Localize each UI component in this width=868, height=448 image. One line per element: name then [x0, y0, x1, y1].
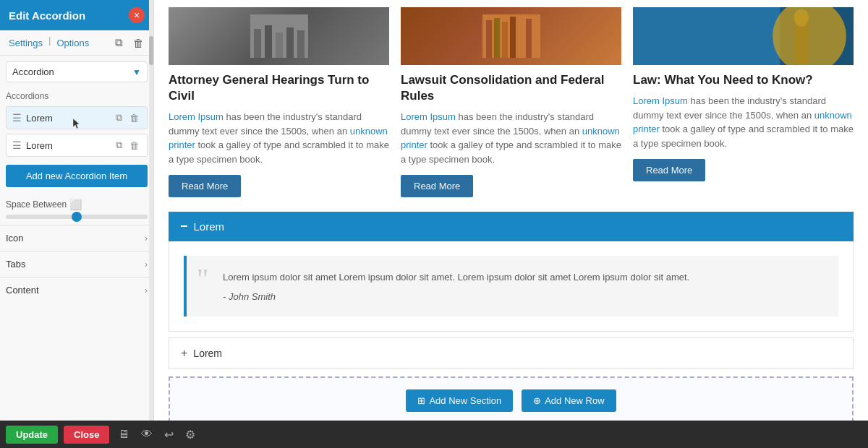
panel-close-button[interactable]: × [129, 7, 145, 23]
accordion-type-dropdown[interactable]: Accordion ▼ [6, 61, 148, 82]
content-section-toggle[interactable]: Content › [0, 277, 153, 303]
desktop-icon[interactable]: 🖥 [115, 425, 132, 444]
svg-rect-8 [494, 18, 500, 58]
svg-rect-7 [486, 20, 492, 58]
card-3: Law: What You Need to Know? Lorem Ipsum … [633, 7, 854, 197]
blockquote-author: - John Smith [223, 291, 824, 302]
card-1-image [169, 7, 389, 65]
card-1-title: Attorney General Hearings Turn to Civil [169, 72, 389, 104]
accordion-main-area: − Lorem " Lorem ipsum dolor sit amet Lor… [169, 212, 854, 369]
svg-rect-4 [286, 27, 294, 58]
left-panel: Edit Accordion × Settings | Options ⧉ 🗑 … [0, 0, 154, 448]
accordion-item-2[interactable]: ☰ Lorem ⧉ 🗑 [6, 134, 148, 157]
scrollbar-thumb[interactable] [149, 36, 153, 65]
content-section-label: Content [6, 285, 39, 296]
card-2-read-more-button[interactable]: Read More [401, 175, 473, 197]
card-3-image [633, 7, 854, 65]
accordions-section-label: Accordions [0, 85, 153, 104]
eye-icon[interactable]: 👁 [138, 425, 156, 444]
history-icon[interactable]: ↩ [161, 425, 176, 444]
card-3-link-1[interactable]: Lorem Ipsum [633, 95, 688, 106]
add-row-icon: ⊕ [533, 395, 541, 406]
add-new-row-button[interactable]: ⊕ Add New Row [522, 389, 616, 412]
icon-section-toggle[interactable]: Icon › [0, 225, 153, 251]
plus-icon: + [181, 347, 187, 360]
add-accordion-item-button[interactable]: Add new Accordion Item [6, 165, 148, 187]
card-1-text-2: took a galley of type and scrambled it t… [169, 139, 389, 165]
add-section-label: Add New Section [429, 395, 501, 406]
add-section-buttons: ⊞ Add New Section ⊕ Add New Row [182, 389, 841, 412]
close-button[interactable]: Close [64, 426, 109, 444]
svg-rect-12 [526, 19, 532, 58]
settings-icon[interactable]: ⚙ [182, 425, 198, 444]
tab-separator: | [48, 35, 51, 51]
accordion-item-label-2: Lorem [26, 140, 109, 151]
accordion-widget-section: Accordion ▼ [0, 56, 153, 85]
svg-rect-3 [276, 33, 283, 58]
content-chevron-right: › [145, 285, 148, 296]
svg-rect-5 [297, 30, 305, 58]
delete-item-1-button[interactable]: 🗑 [127, 111, 141, 124]
add-section-icon: ⊞ [417, 395, 425, 406]
add-new-section-button[interactable]: ⊞ Add New Section [406, 389, 513, 412]
quote-marks-icon: " [197, 264, 208, 293]
card-1-svg [250, 14, 308, 58]
panel-tabs: Settings | Options ⧉ 🗑 [0, 30, 153, 56]
card-3-read-more-button[interactable]: Read More [633, 159, 705, 181]
accordion-open-label: Lorem [194, 220, 225, 233]
card-1-text: Lorem Ipsum has been the industry's stan… [169, 110, 389, 166]
copy-item-2-button[interactable]: ⧉ [114, 139, 124, 152]
card-2-image [401, 7, 621, 65]
drag-icon-1: ☰ [12, 112, 22, 124]
accordion-open-header[interactable]: − Lorem [169, 212, 854, 241]
card-3-text-2: took a galley of type and scrambled it t… [633, 124, 854, 149]
options-tab[interactable]: Options [54, 35, 92, 51]
accordion-collapsed-item[interactable]: + Lorem [169, 337, 854, 369]
space-between-label-text: Space Between [6, 199, 67, 210]
item-1-actions: ⧉ 🗑 [114, 111, 141, 124]
accordion-type-label: Accordion [12, 66, 54, 77]
delete-panel-icon[interactable]: 🗑 [129, 35, 148, 51]
tabs-section-label: Tabs [6, 259, 25, 270]
card-3-svg [633, 7, 854, 65]
monitor-icon: ⬜ [69, 199, 82, 210]
icon-chevron-right: › [145, 233, 148, 244]
svg-point-15 [773, 7, 846, 65]
space-between-slider[interactable] [6, 215, 148, 219]
blockquote-box: " Lorem ipsum dolor sit amet Lorem ipsum… [184, 256, 838, 316]
svg-rect-14 [633, 7, 780, 65]
panel-title: Edit Accordion [9, 9, 85, 22]
card-2-text-2: took a galley of type and scrambled it t… [401, 139, 621, 165]
svg-rect-11 [518, 20, 524, 58]
blockquote-text: Lorem ipsum dolor sit amet Lorem ipsum d… [223, 270, 824, 285]
svg-rect-1 [254, 29, 261, 58]
tabs-section-toggle[interactable]: Tabs › [0, 251, 153, 277]
copy-panel-icon[interactable]: ⧉ [111, 35, 127, 51]
card-2-text: Lorem Ipsum has been the industry's stan… [401, 110, 621, 166]
card-1-read-more-button[interactable]: Read More [169, 175, 241, 197]
card-2-link-1[interactable]: Lorem Ipsum [401, 111, 456, 122]
card-2-title: Lawsuit Consolidation and Federal Rules [401, 72, 621, 104]
space-between-section: Space Between ⬜ [0, 193, 153, 225]
panel-header: Edit Accordion × [0, 0, 153, 30]
card-1: Attorney General Hearings Turn to Civil … [169, 7, 389, 197]
chevron-down-icon: ▼ [132, 67, 141, 77]
card-2-svg [482, 14, 540, 58]
accordion-item-1[interactable]: ☰ Lorem ⧉ 🗑 [6, 106, 148, 129]
bottom-bar: Update Close 🖥 👁 ↩ ⚙ [0, 421, 868, 448]
drag-icon-2: ☰ [12, 139, 22, 151]
accordion-item-label-1: Lorem [26, 113, 109, 124]
tabs-chevron-right: › [145, 259, 148, 270]
svg-rect-10 [510, 17, 516, 58]
card-3-title: Law: What You Need to Know? [633, 72, 854, 88]
cards-section: Attorney General Hearings Turn to Civil … [154, 0, 868, 204]
accordion-collapsed-label: Lorem [193, 348, 222, 359]
item-2-actions: ⧉ 🗑 [114, 139, 141, 152]
scrollbar-track [149, 0, 153, 448]
svg-rect-2 [265, 25, 272, 58]
card-1-link-1[interactable]: Lorem Ipsum [169, 111, 224, 122]
copy-item-1-button[interactable]: ⧉ [114, 111, 124, 124]
delete-item-2-button[interactable]: 🗑 [127, 139, 141, 152]
update-button[interactable]: Update [6, 426, 58, 444]
settings-tab[interactable]: Settings [6, 35, 46, 51]
